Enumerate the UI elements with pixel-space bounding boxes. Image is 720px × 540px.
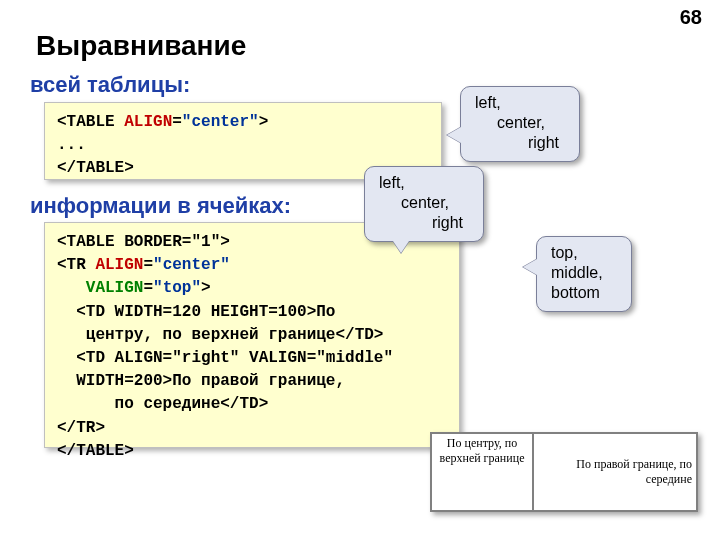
code-text: <TABLE BORDER="1"> (57, 233, 230, 251)
code-text: = (143, 256, 153, 274)
code-text: > (201, 279, 211, 297)
code-text: <TD ALIGN="right" VALIGN="middle" (57, 349, 393, 367)
code-text: = (143, 279, 153, 297)
code-text (57, 279, 86, 297)
callout-line: left, (475, 94, 501, 111)
callout-tail-icon (523, 259, 537, 275)
code-text: WIDTH=200>По правой границе, (57, 372, 345, 390)
code-text: </TABLE> (57, 159, 134, 177)
code-text: = (172, 113, 182, 131)
callout-line: left, (379, 174, 405, 191)
page-title: Выравнивание (36, 30, 246, 62)
subtitle-whole-table: всей таблицы: (30, 72, 190, 98)
rendered-cell-left: По центру, по верхней границе (431, 433, 533, 511)
code-keyword: ALIGN (95, 256, 143, 274)
callout-tail-icon (447, 127, 461, 143)
callout-line: right (379, 213, 471, 233)
code-text: по середине</TD> (57, 395, 268, 413)
rendered-cell-right: По правой границе, по середине (533, 433, 697, 511)
callout-line: top, (551, 244, 578, 261)
callout-line: right (475, 133, 567, 153)
table-row: По центру, по верхней границе По правой … (431, 433, 697, 511)
callout-line: bottom (551, 284, 600, 301)
code-keyword: ALIGN (124, 113, 172, 131)
code-text: <TR (57, 256, 95, 274)
code-text: ... (57, 136, 86, 154)
code-value: "center" (182, 113, 259, 131)
rendered-table-preview: По центру, по верхней границе По правой … (430, 432, 698, 512)
code-text: > (259, 113, 269, 131)
code-block-cell-align: <TABLE BORDER="1"> <TR ALIGN="center" VA… (44, 222, 460, 448)
callout-align-values-2: left, center, right (364, 166, 484, 242)
rendered-table: По центру, по верхней границе По правой … (430, 432, 698, 512)
callout-line: middle, (551, 264, 603, 281)
code-text: </TR> (57, 419, 105, 437)
code-value: "top" (153, 279, 201, 297)
code-text: <TD WIDTH=120 HEIGHT=100>По (57, 303, 335, 321)
callout-line: center, (379, 193, 471, 213)
code-text: <TABLE (57, 113, 124, 131)
callout-line: center, (475, 113, 567, 133)
callout-align-values-1: left, center, right (460, 86, 580, 162)
page-number: 68 (680, 6, 702, 29)
code-text: центру, по верхней границе</TD> (57, 326, 383, 344)
code-text: </TABLE> (57, 442, 134, 460)
code-value: "center" (153, 256, 230, 274)
callout-tail-icon (393, 241, 409, 253)
callout-valign-values: top, middle, bottom (536, 236, 632, 312)
code-keyword: VALIGN (86, 279, 144, 297)
subtitle-cell-info: информации в ячейках: (30, 193, 291, 219)
